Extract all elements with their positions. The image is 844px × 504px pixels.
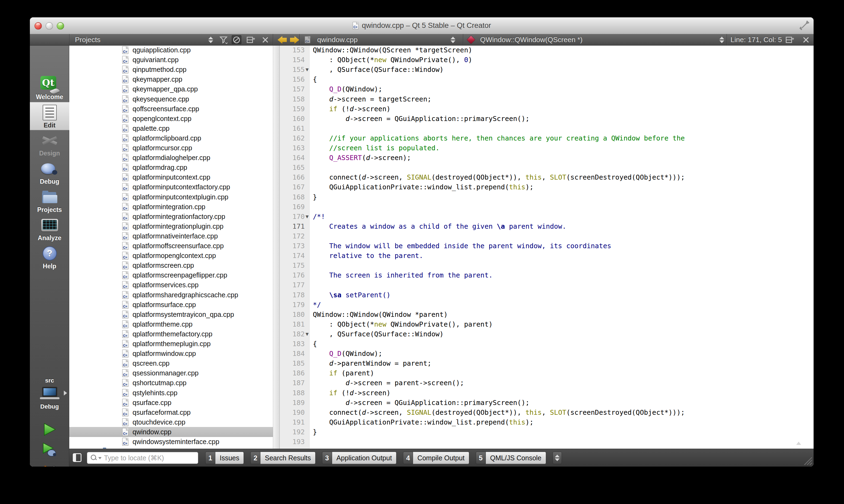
tree-file-item[interactable]: C+qkeymapper_qpa.cpp — [69, 84, 273, 94]
go-forward-button[interactable] — [290, 36, 299, 44]
tree-file-item[interactable]: C+qplatformopenglcontext.cpp — [69, 251, 273, 261]
tree-file-item[interactable]: C+qguiapplication.cpp — [69, 46, 273, 55]
output-pane-issues[interactable]: 1Issues — [205, 452, 244, 464]
resize-icon[interactable] — [799, 21, 809, 30]
tree-file-item[interactable]: C+qwindowsysteminterface.cpp — [69, 437, 273, 447]
fold-marker-icon[interactable]: ▼ — [304, 212, 311, 222]
output-pane-application-output[interactable]: 3Application Output — [322, 452, 396, 464]
tree-file-item[interactable]: C+qplatformthemeplugin.cpp — [69, 339, 273, 349]
tree-file-item[interactable]: C+qplatformnativeinterface.cpp — [69, 231, 273, 241]
build-button[interactable] — [30, 462, 69, 467]
split-pane-icon[interactable] — [246, 35, 256, 44]
tree-file-item[interactable]: C+qstylehints.cpp — [69, 388, 273, 398]
tree-file-item[interactable]: C+qplatformtheme.cpp — [69, 319, 273, 329]
cpp-file-icon: C+ — [122, 330, 128, 338]
tree-file-item[interactable]: C+qsessionmanager.cpp — [69, 368, 273, 378]
scroll-up-arrow[interactable] — [796, 442, 801, 445]
tree-file-item[interactable]: C+qoffscreensurface.cpp — [69, 104, 273, 114]
mode-projects[interactable]: Projects — [30, 187, 69, 215]
cpp-file-icon: C+ — [122, 301, 128, 309]
analyze-monitor-icon — [30, 216, 69, 234]
cpp-file-icon: C+ — [122, 213, 128, 220]
slashed-circle-icon[interactable] — [231, 35, 241, 44]
mode-analyze[interactable]: Analyze — [30, 215, 69, 243]
tree-file-item[interactable]: C+qplatformoffscreensurface.cpp — [69, 241, 273, 251]
tree-file-item[interactable]: C+qplatformclipboard.cpp — [69, 133, 273, 143]
tree-item-label: qwindow.cpp — [133, 428, 171, 436]
target-selector-button[interactable] — [30, 387, 69, 399]
tree-file-item[interactable]: C+qsurface.cpp — [69, 398, 273, 408]
pane-selector[interactable]: Projects — [75, 34, 101, 46]
fold-marker-icon[interactable]: ▼ — [304, 329, 311, 339]
tree-folder-item[interactable] — [69, 447, 273, 449]
filter-icon[interactable] — [219, 35, 228, 44]
debug-run-button[interactable] — [30, 442, 69, 458]
tree-file-item[interactable]: C+qplatformintegrationfactory.cpp — [69, 212, 273, 222]
code-editor[interactable]: 153QWindow::QWindow(QScreen *targetScree… — [280, 46, 814, 449]
tree-file-item[interactable]: C+qkeymapper.cpp — [69, 74, 273, 84]
tree-file-item[interactable]: C+qguivariant.cpp — [69, 55, 273, 65]
code-line: 189 d->screen = QGuiApplication::primary… — [280, 398, 814, 408]
code-text: d->parentWindow = parent; — [313, 358, 431, 368]
locator-input[interactable] — [87, 452, 198, 464]
tree-file-item[interactable]: C+qsurfaceformat.cpp — [69, 408, 273, 417]
run-button[interactable] — [30, 422, 69, 438]
tree-file-item[interactable]: C+qplatformdrag.cpp — [69, 162, 273, 173]
project-tree-scrollbar[interactable] — [273, 46, 280, 449]
close-pane-icon[interactable] — [260, 35, 270, 44]
tree-file-item[interactable]: C+qplatformthemefactory.cpp — [69, 329, 273, 339]
file-dropdown-updown-icon[interactable] — [448, 35, 458, 44]
mode-edit[interactable]: Edit — [30, 102, 69, 130]
tree-file-item[interactable]: C+qinputmethod.cpp — [69, 65, 273, 75]
go-back-button[interactable] — [277, 36, 287, 44]
tree-file-item[interactable]: C+qplatformintegration.cpp — [69, 202, 273, 212]
tree-file-item[interactable]: C+qplatforminputcontext.cpp — [69, 172, 273, 182]
tree-item-label: qplatformclipboard.cpp — [133, 134, 201, 142]
line-number: 176 — [280, 270, 305, 280]
tree-file-item[interactable]: C+qplatformscreenpageflipper.cpp — [69, 270, 273, 280]
tree-file-item[interactable]: C+qplatformdialoghelper.cpp — [69, 153, 273, 163]
tree-file-item[interactable]: C+qplatformcursor.cpp — [69, 143, 273, 153]
tree-file-item[interactable]: C+qscreen.cpp — [69, 358, 273, 368]
tree-file-item[interactable]: C+qplatforminputcontextplugin.cpp — [69, 192, 273, 202]
split-editor-icon[interactable] — [785, 35, 795, 44]
mode-help[interactable]: ?Help — [30, 243, 69, 271]
tree-file-item[interactable]: C+qwindow.cpp — [69, 427, 273, 437]
mode-debug[interactable]: Debug — [30, 158, 69, 187]
tree-file-item[interactable]: C+qplatformwindow.cpp — [69, 348, 273, 359]
line-number: 182 — [280, 329, 305, 339]
cpp-file-icon: C+ — [122, 438, 128, 446]
fold-marker-icon[interactable]: ▼ — [304, 65, 311, 75]
tree-file-item[interactable]: C+qkeysequence.cpp — [69, 94, 273, 104]
project-tree[interactable]: C+qguiapplication.cppC+qguivariant.cppC+… — [69, 46, 273, 449]
output-pane-qml-js-console[interactable]: 5QML/JS Console — [476, 452, 546, 464]
tree-file-item[interactable]: C+qplatformintegrationplugin.cpp — [69, 221, 273, 231]
code-text: The window will be embedded inside the p… — [313, 241, 611, 251]
tree-file-item[interactable]: C+qplatformsharedgraphicscache.cpp — [69, 290, 273, 300]
open-file-dropdown[interactable]: qwindow.cpp — [317, 34, 358, 46]
cpp-file-icon: C+ — [122, 46, 128, 54]
tree-file-item[interactable]: C+qopenglcontext.cpp — [69, 114, 273, 124]
symbol-dropdown[interactable]: QWindow::QWindow(QScreen *) — [480, 34, 583, 46]
tree-file-item[interactable]: C+qplatformscreen.cpp — [69, 260, 273, 270]
cpp-file-icon: C+ — [122, 379, 128, 387]
resize-grip[interactable] — [800, 453, 812, 465]
tree-file-item[interactable]: C+qplatforminputcontextfactory.cpp — [69, 182, 273, 192]
mode-welcome[interactable]: QtWelcome — [30, 74, 69, 102]
tree-file-item[interactable]: C+qshortcutmap.cpp — [69, 378, 273, 388]
pane-selector-updown[interactable] — [553, 452, 562, 464]
tree-item-label: qoffscreensurface.cpp — [133, 105, 199, 113]
output-pane-search-results[interactable]: 2Search Results — [251, 452, 315, 464]
code-text: */ — [313, 300, 321, 310]
tree-file-item[interactable]: C+qplatformsurface.cpp — [69, 300, 273, 310]
sidebar-toggle-button[interactable] — [73, 453, 82, 462]
tree-file-item[interactable]: C+qtouchdevice.cpp — [69, 417, 273, 427]
output-pane-compile-output[interactable]: 4Compile Output — [403, 452, 469, 464]
pane-selector-updown-icon[interactable] — [206, 35, 216, 44]
tree-file-item[interactable]: C+qplatformsystemtrayicon_qpa.cpp — [69, 309, 273, 320]
tree-file-item[interactable]: C+qplatformservices.cpp — [69, 280, 273, 290]
line-number: 155 — [280, 65, 305, 75]
close-editor-icon[interactable] — [801, 35, 811, 44]
tree-file-item[interactable]: C+qpalette.cpp — [69, 123, 273, 133]
symbol-dropdown-updown-icon[interactable] — [717, 35, 727, 44]
